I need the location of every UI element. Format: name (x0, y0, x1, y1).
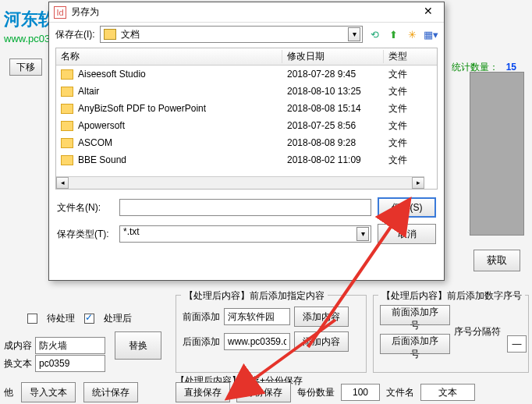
filetype-label: 保存类型(T): (57, 228, 113, 241)
scroll-right-icon[interactable]: ▸ (412, 177, 424, 189)
prefix-label: 前面添加 (183, 310, 220, 324)
filetype-select[interactable]: *.txt ▾ (119, 225, 371, 243)
separator-input[interactable] (507, 335, 527, 353)
stats-save-button[interactable]: 统计保存 (83, 382, 138, 402)
content-input[interactable] (35, 337, 105, 354)
filename-label: 文件名 (386, 386, 414, 399)
dialog-toolbar: 保存在(I): 文档 ▾ ⟲ ⬆ ✳ ▦▾ (49, 23, 444, 46)
horizontal-scrollbar[interactable]: ◂ ▸ (56, 176, 424, 189)
column-name[interactable]: 名称 (56, 50, 282, 63)
file-date: 2018-08-10 13:25 (282, 86, 384, 97)
file-type: 文件 (384, 136, 407, 150)
up-icon[interactable]: ⬆ (386, 27, 400, 41)
other-label: 他 (4, 386, 13, 399)
count-input[interactable] (341, 384, 380, 401)
filename-label: 文件名(N): (57, 201, 113, 214)
add-number-group: 【处理后内容】前后添加数字序号 前面添加序号 后面添加序号 序号分隔符 (373, 295, 529, 373)
folder-icon (61, 87, 73, 97)
filename-input[interactable] (420, 384, 475, 401)
checkbox-row: 待处理 处理后 (27, 312, 132, 325)
file-name: ASCOM (78, 137, 282, 148)
suffix-number-button[interactable]: 后面添加序号 (380, 334, 450, 354)
file-date: 2018-08-08 9:28 (282, 137, 384, 148)
save-button[interactable]: 保存(S) (378, 197, 436, 218)
scroll-left-icon[interactable]: ◂ (56, 177, 69, 189)
file-type: 文件 (384, 68, 407, 81)
folder-icon (61, 104, 73, 114)
file-type: 文件 (384, 102, 407, 115)
folder-icon (61, 155, 73, 165)
replace-button[interactable]: 替换 (115, 331, 161, 360)
filename-input[interactable] (119, 199, 371, 216)
add-content-group: 【处理后内容】前后添加指定内容 前面添加 添加内容 后面添加 添加内容 (176, 295, 367, 373)
group-title: 【处理后内容】前后添加数字序号 (378, 289, 525, 303)
content-label: 成内容 (4, 339, 32, 353)
new-folder-icon[interactable]: ✳ (405, 27, 419, 41)
folder-icon (61, 69, 73, 80)
file-row[interactable]: Apowersoft2018-07-25 8:56文件 (56, 117, 437, 134)
file-date: 2018-07-25 8:56 (282, 120, 384, 131)
save-as-dialog: Id 另存为 ✕ 保存在(I): 文档 ▾ ⟲ ⬆ ✳ ▦▾ 名称 修改日期 类… (48, 2, 445, 281)
path-value: 文档 (121, 28, 140, 41)
column-date[interactable]: 修改日期 (282, 50, 384, 63)
close-icon[interactable]: ✕ (417, 5, 439, 20)
path-select[interactable]: 文档 ▾ (100, 26, 363, 43)
file-name: BBE Sound (78, 154, 282, 165)
processed-label: 处理后 (104, 312, 132, 325)
separator-label: 序号分隔符 (454, 325, 501, 338)
chevron-down-icon[interactable]: ▾ (348, 27, 360, 41)
view-icon[interactable]: ▦▾ (424, 27, 438, 41)
folder-icon (104, 29, 116, 40)
split-save-button[interactable]: 分份保存 (236, 382, 291, 402)
chevron-down-icon[interactable]: ▾ (356, 227, 369, 241)
file-list-body[interactable]: Aiseesoft Studio2018-07-28 9:45文件Altair2… (56, 66, 437, 176)
prefix-number-button[interactable]: 前面添加序号 (380, 305, 450, 325)
file-list-header: 名称 修改日期 类型 (56, 48, 437, 66)
file-type: 文件 (384, 85, 407, 98)
preview-panel (470, 72, 524, 236)
direct-save-button[interactable]: 直接保存 (176, 382, 230, 402)
pending-label: 待处理 (47, 312, 75, 325)
app-icon: Id (54, 6, 66, 19)
file-name: Aiseesoft Studio (78, 69, 282, 80)
file-date: 2018-08-02 11:09 (282, 154, 384, 165)
file-name: AnyBizSoft PDF to PowerPoint (78, 103, 282, 114)
save-in-label: 保存在(I): (55, 28, 95, 41)
file-type: 文件 (384, 154, 407, 167)
cancel-button[interactable]: 取消 (378, 224, 436, 244)
prefix-input[interactable] (224, 308, 290, 325)
back-icon[interactable]: ⟲ (367, 27, 381, 41)
pending-checkbox[interactable] (27, 314, 37, 324)
folder-icon (61, 138, 73, 148)
file-list: 名称 修改日期 类型 Aiseesoft Studio2018-07-28 9:… (55, 48, 438, 190)
file-row[interactable]: BBE Sound2018-08-02 11:09文件 (56, 151, 437, 168)
file-row[interactable]: ASCOM2018-08-08 9:28文件 (56, 134, 437, 151)
add-prefix-button[interactable]: 添加内容 (294, 307, 349, 327)
add-suffix-button[interactable]: 添加内容 (294, 331, 349, 352)
import-button[interactable]: 导入文本 (21, 382, 76, 402)
text-label: 换文本 (4, 357, 32, 370)
file-row[interactable]: Aiseesoft Studio2018-07-28 9:45文件 (56, 66, 437, 83)
file-date: 2018-07-28 9:45 (282, 69, 384, 80)
suffix-input[interactable] (224, 333, 290, 350)
dialog-form: 文件名(N): 保存(S) 保存类型(T): *.txt ▾ 取消 (49, 191, 444, 257)
dialog-titlebar: Id 另存为 ✕ (49, 2, 444, 23)
file-name: Apowersoft (78, 120, 282, 131)
processed-checkbox[interactable] (84, 314, 94, 324)
file-date: 2018-08-08 15:14 (282, 103, 384, 114)
folder-icon (61, 121, 73, 131)
file-row[interactable]: Altair2018-08-10 13:25文件 (56, 83, 437, 100)
fetch-button[interactable]: 获取 (473, 250, 520, 271)
suffix-label: 后面添加 (183, 335, 220, 349)
move-down-button[interactable]: 下移 (9, 58, 42, 76)
file-name: Altair (78, 86, 282, 97)
file-type: 文件 (384, 119, 407, 133)
count-label: 每份数量 (297, 386, 335, 399)
group-title: 【处理后内容】前后添加指定内容 (181, 289, 328, 303)
file-row[interactable]: AnyBizSoft PDF to PowerPoint2018-08-08 1… (56, 100, 437, 117)
text-input[interactable] (35, 355, 105, 372)
dialog-title: 另存为 (71, 5, 417, 19)
column-type[interactable]: 类型 (384, 50, 437, 63)
